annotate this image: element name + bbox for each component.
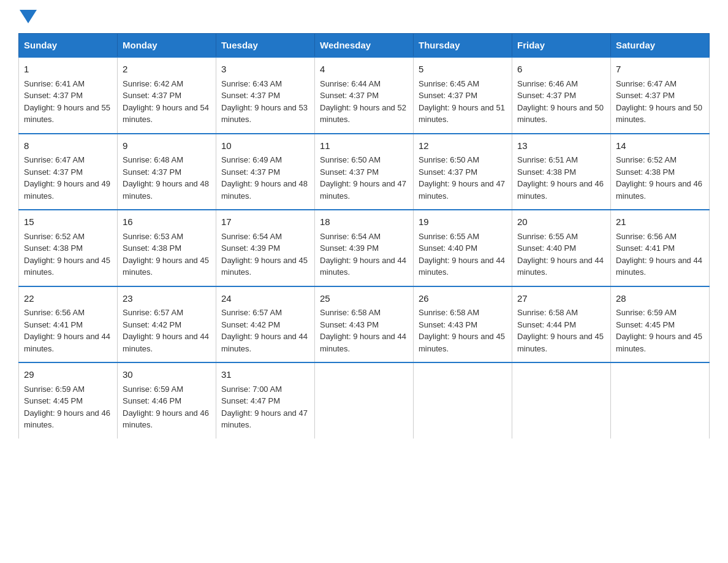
day-number: 20: [517, 215, 605, 229]
calendar-cell: 31Sunrise: 7:00 AMSunset: 4:47 PMDayligh…: [216, 362, 315, 439]
day-number: 19: [419, 215, 507, 229]
day-info: Sunrise: 6:58 AMSunset: 4:44 PMDaylight:…: [517, 308, 604, 353]
day-info: Sunrise: 6:43 AMSunset: 4:37 PMDaylight:…: [221, 79, 308, 124]
day-number: 9: [123, 139, 211, 153]
logo: [18, 12, 37, 22]
day-info: Sunrise: 6:48 AMSunset: 4:37 PMDaylight:…: [123, 155, 209, 201]
day-info: Sunrise: 7:00 AMSunset: 4:47 PMDaylight:…: [221, 385, 308, 430]
calendar-cell: 23Sunrise: 6:57 AMSunset: 4:42 PMDayligh…: [118, 286, 216, 363]
calendar-cell: 5Sunrise: 6:45 AMSunset: 4:37 PMDaylight…: [414, 57, 512, 134]
day-info: Sunrise: 6:55 AMSunset: 4:40 PMDaylight:…: [517, 232, 604, 277]
day-info: Sunrise: 6:59 AMSunset: 4:45 PMDaylight:…: [24, 385, 110, 430]
day-info: Sunrise: 6:54 AMSunset: 4:39 PMDaylight:…: [320, 232, 406, 277]
calendar-cell: [414, 362, 512, 439]
calendar-week-4: 22Sunrise: 6:56 AMSunset: 4:41 PMDayligh…: [19, 286, 710, 363]
calendar-cell: 1Sunrise: 6:41 AMSunset: 4:37 PMDaylight…: [19, 57, 118, 134]
day-info: Sunrise: 6:49 AMSunset: 4:37 PMDaylight:…: [221, 155, 308, 201]
calendar-cell: 2Sunrise: 6:42 AMSunset: 4:37 PMDaylight…: [118, 57, 216, 134]
day-info: Sunrise: 6:59 AMSunset: 4:46 PMDaylight:…: [123, 385, 209, 430]
calendar-cell: 4Sunrise: 6:44 AMSunset: 4:37 PMDaylight…: [315, 57, 414, 134]
calendar-cell: 30Sunrise: 6:59 AMSunset: 4:46 PMDayligh…: [118, 362, 216, 439]
day-number: 25: [320, 292, 408, 306]
logo-line1: [18, 12, 37, 23]
day-number: 7: [616, 63, 704, 77]
calendar-cell: 7Sunrise: 6:47 AMSunset: 4:37 PMDaylight…: [611, 57, 710, 134]
day-number: 11: [320, 139, 408, 153]
calendar-cell: 18Sunrise: 6:54 AMSunset: 4:39 PMDayligh…: [315, 210, 414, 286]
day-number: 30: [123, 368, 211, 382]
day-number: 27: [517, 292, 605, 306]
day-number: 22: [24, 292, 112, 306]
day-number: 26: [419, 292, 507, 306]
calendar-cell: 26Sunrise: 6:58 AMSunset: 4:43 PMDayligh…: [414, 286, 512, 363]
calendar-cell: 15Sunrise: 6:52 AMSunset: 4:38 PMDayligh…: [19, 210, 118, 286]
calendar-cell: [512, 362, 611, 439]
day-info: Sunrise: 6:58 AMSunset: 4:43 PMDaylight:…: [320, 308, 406, 353]
calendar-cell: 6Sunrise: 6:46 AMSunset: 4:37 PMDaylight…: [512, 57, 611, 134]
day-info: Sunrise: 6:46 AMSunset: 4:37 PMDaylight:…: [517, 79, 604, 124]
day-info: Sunrise: 6:47 AMSunset: 4:37 PMDaylight:…: [616, 79, 702, 124]
day-number: 3: [221, 63, 309, 77]
day-number: 16: [123, 215, 211, 229]
day-info: Sunrise: 6:41 AMSunset: 4:37 PMDaylight:…: [24, 79, 110, 124]
day-number: 24: [221, 292, 309, 306]
calendar-table: SundayMondayTuesdayWednesdayThursdayFrid…: [18, 33, 710, 439]
day-number: 5: [419, 63, 507, 77]
calendar-cell: 20Sunrise: 6:55 AMSunset: 4:40 PMDayligh…: [512, 210, 611, 286]
calendar-week-1: 1Sunrise: 6:41 AMSunset: 4:37 PMDaylight…: [19, 57, 710, 134]
calendar-header: SundayMondayTuesdayWednesdayThursdayFrid…: [19, 34, 710, 58]
calendar-cell: 12Sunrise: 6:50 AMSunset: 4:37 PMDayligh…: [414, 134, 512, 210]
logo-arrow-icon: [20, 10, 37, 23]
calendar-cell: 28Sunrise: 6:59 AMSunset: 4:45 PMDayligh…: [611, 286, 710, 363]
day-info: Sunrise: 6:54 AMSunset: 4:39 PMDaylight:…: [221, 232, 308, 277]
day-number: 10: [221, 139, 309, 153]
calendar-cell: 25Sunrise: 6:58 AMSunset: 4:43 PMDayligh…: [315, 286, 414, 363]
calendar-body: 1Sunrise: 6:41 AMSunset: 4:37 PMDaylight…: [19, 57, 710, 439]
day-info: Sunrise: 6:47 AMSunset: 4:37 PMDaylight:…: [24, 155, 110, 201]
svg-marker-0: [20, 10, 37, 23]
day-number: 21: [616, 215, 704, 229]
day-info: Sunrise: 6:58 AMSunset: 4:43 PMDaylight:…: [419, 308, 505, 353]
calendar-cell: 21Sunrise: 6:56 AMSunset: 4:41 PMDayligh…: [611, 210, 710, 286]
day-number: 17: [221, 215, 309, 229]
header-tuesday: Tuesday: [216, 34, 315, 58]
day-number: 29: [24, 368, 112, 382]
day-info: Sunrise: 6:44 AMSunset: 4:37 PMDaylight:…: [320, 79, 406, 124]
calendar-cell: 9Sunrise: 6:48 AMSunset: 4:37 PMDaylight…: [118, 134, 216, 210]
page-header: [18, 12, 710, 22]
header-saturday: Saturday: [611, 34, 710, 58]
calendar-cell: 13Sunrise: 6:51 AMSunset: 4:38 PMDayligh…: [512, 134, 611, 210]
day-info: Sunrise: 6:50 AMSunset: 4:37 PMDaylight:…: [419, 155, 505, 201]
day-number: 6: [517, 63, 605, 77]
day-info: Sunrise: 6:52 AMSunset: 4:38 PMDaylight:…: [616, 155, 702, 201]
day-number: 13: [517, 139, 605, 153]
day-info: Sunrise: 6:53 AMSunset: 4:38 PMDaylight:…: [123, 232, 209, 277]
day-info: Sunrise: 6:50 AMSunset: 4:37 PMDaylight:…: [320, 155, 406, 201]
calendar-cell: 27Sunrise: 6:58 AMSunset: 4:44 PMDayligh…: [512, 286, 611, 363]
calendar-cell: 16Sunrise: 6:53 AMSunset: 4:38 PMDayligh…: [118, 210, 216, 286]
calendar-cell: [315, 362, 414, 439]
day-number: 14: [616, 139, 704, 153]
day-info: Sunrise: 6:56 AMSunset: 4:41 PMDaylight:…: [24, 308, 110, 353]
day-number: 15: [24, 215, 112, 229]
calendar-cell: 3Sunrise: 6:43 AMSunset: 4:37 PMDaylight…: [216, 57, 315, 134]
day-info: Sunrise: 6:56 AMSunset: 4:41 PMDaylight:…: [616, 232, 702, 277]
day-info: Sunrise: 6:42 AMSunset: 4:37 PMDaylight:…: [123, 79, 209, 124]
day-info: Sunrise: 6:59 AMSunset: 4:45 PMDaylight:…: [616, 308, 702, 353]
day-number: 8: [24, 139, 112, 153]
header-friday: Friday: [512, 34, 611, 58]
calendar-week-2: 8Sunrise: 6:47 AMSunset: 4:37 PMDaylight…: [19, 134, 710, 210]
calendar-cell: 17Sunrise: 6:54 AMSunset: 4:39 PMDayligh…: [216, 210, 315, 286]
calendar-cell: 24Sunrise: 6:57 AMSunset: 4:42 PMDayligh…: [216, 286, 315, 363]
day-info: Sunrise: 6:55 AMSunset: 4:40 PMDaylight:…: [419, 232, 505, 277]
day-info: Sunrise: 6:57 AMSunset: 4:42 PMDaylight:…: [123, 308, 209, 353]
day-number: 28: [616, 292, 704, 306]
day-number: 1: [24, 63, 112, 77]
day-info: Sunrise: 6:52 AMSunset: 4:38 PMDaylight:…: [24, 232, 110, 277]
calendar-cell: 14Sunrise: 6:52 AMSunset: 4:38 PMDayligh…: [611, 134, 710, 210]
calendar-cell: 19Sunrise: 6:55 AMSunset: 4:40 PMDayligh…: [414, 210, 512, 286]
calendar-cell: 8Sunrise: 6:47 AMSunset: 4:37 PMDaylight…: [19, 134, 118, 210]
calendar-cell: 29Sunrise: 6:59 AMSunset: 4:45 PMDayligh…: [19, 362, 118, 439]
header-sunday: Sunday: [19, 34, 118, 58]
day-info: Sunrise: 6:57 AMSunset: 4:42 PMDaylight:…: [221, 308, 308, 353]
